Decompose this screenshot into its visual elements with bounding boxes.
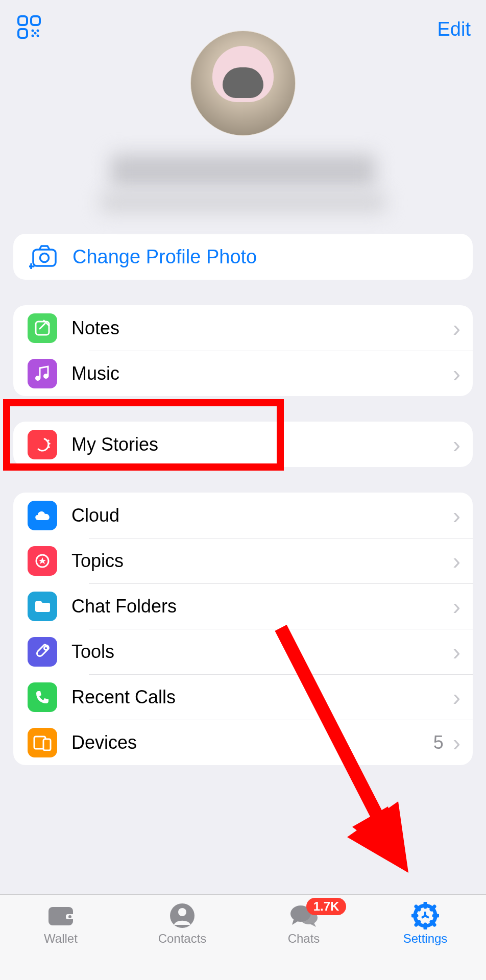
music-icon xyxy=(28,359,57,388)
chevron-right-icon: › xyxy=(453,729,460,756)
change-photo-label: Change Profile Photo xyxy=(72,246,257,268)
row-value: 5 xyxy=(433,732,444,753)
tab-bar: Wallet Contacts 1.7K Chats Settings xyxy=(0,894,486,980)
row-label: Recent Calls xyxy=(71,687,450,708)
change-profile-photo-row[interactable]: Change Profile Photo xyxy=(13,234,473,280)
chevron-right-icon: › xyxy=(453,502,460,529)
topics-icon xyxy=(28,546,57,576)
row-label: My Stories xyxy=(71,434,450,455)
svg-point-5 xyxy=(32,35,34,37)
avatar[interactable] xyxy=(190,31,296,136)
svg-rect-0 xyxy=(18,16,27,25)
svg-point-3 xyxy=(32,30,34,32)
chevron-right-icon: › xyxy=(453,683,460,711)
row-label: Cloud xyxy=(71,505,450,526)
svg-line-36 xyxy=(431,922,434,925)
chevron-right-icon: › xyxy=(453,638,460,666)
edit-button[interactable]: Edit xyxy=(438,18,471,40)
row-label: Music xyxy=(71,363,450,384)
chevron-right-icon: › xyxy=(453,314,460,342)
camera-add-icon xyxy=(29,244,58,269)
row-label: Topics xyxy=(71,550,450,572)
contacts-icon xyxy=(169,902,196,929)
row-topics[interactable]: Topics › xyxy=(13,538,473,583)
profile-header xyxy=(0,31,486,212)
svg-point-20 xyxy=(44,646,48,650)
svg-point-15 xyxy=(35,436,51,452)
qr-icon xyxy=(17,15,41,39)
row-label: Notes xyxy=(71,317,450,339)
svg-line-38 xyxy=(431,906,434,910)
row-my-stories[interactable]: My Stories › xyxy=(13,422,473,467)
svg-line-35 xyxy=(416,906,419,910)
row-recent-calls[interactable]: Recent Calls › xyxy=(13,674,473,720)
svg-point-16 xyxy=(47,439,50,442)
stories-icon xyxy=(28,430,57,459)
row-label: Devices xyxy=(71,732,433,753)
phone-icon xyxy=(28,682,57,712)
chevron-right-icon: › xyxy=(453,431,460,458)
svg-marker-44 xyxy=(352,806,406,868)
tab-label: Settings xyxy=(403,932,448,946)
tab-label: Contacts xyxy=(158,932,207,946)
change-photo-group: Change Profile Photo xyxy=(13,234,473,280)
svg-rect-22 xyxy=(43,739,51,750)
wallet-icon xyxy=(45,902,76,929)
svg-point-17 xyxy=(48,443,51,445)
svg-marker-46 xyxy=(347,801,408,873)
row-devices[interactable]: Devices 5 › xyxy=(13,720,473,765)
notes-icon xyxy=(28,313,57,343)
svg-point-9 xyxy=(40,254,49,262)
row-notes[interactable]: Notes › xyxy=(13,305,473,351)
svg-marker-45 xyxy=(374,813,406,868)
chevron-right-icon: › xyxy=(453,547,460,575)
group-my-stories: My Stories › xyxy=(13,422,473,467)
svg-point-25 xyxy=(68,915,71,918)
svg-point-7 xyxy=(34,32,37,35)
tab-wallet[interactable]: Wallet xyxy=(0,902,121,946)
chevron-right-icon: › xyxy=(453,360,460,387)
tab-label: Wallet xyxy=(44,932,78,946)
tab-settings[interactable]: Settings xyxy=(364,902,486,946)
group-notes-music: Notes › Music › xyxy=(13,305,473,396)
svg-point-27 xyxy=(178,908,186,916)
gear-icon xyxy=(411,902,439,929)
tab-label: Chats xyxy=(288,932,320,946)
folder-icon xyxy=(28,592,57,621)
svg-line-37 xyxy=(416,922,419,925)
chats-badge: 1.7K xyxy=(306,898,347,915)
qr-button[interactable] xyxy=(17,15,41,41)
chevron-right-icon: › xyxy=(453,593,460,620)
row-music[interactable]: Music › xyxy=(13,351,473,396)
svg-point-4 xyxy=(37,30,39,32)
row-label: Tools xyxy=(71,641,450,663)
tab-contacts[interactable]: Contacts xyxy=(121,902,243,946)
profile-subtitle-blurred xyxy=(100,193,386,212)
svg-point-18 xyxy=(48,446,50,448)
row-tools[interactable]: Tools › xyxy=(13,629,473,674)
profile-name-blurred xyxy=(110,154,376,188)
svg-rect-1 xyxy=(31,16,40,25)
cloud-icon xyxy=(28,501,57,530)
svg-rect-8 xyxy=(33,250,56,266)
svg-point-14 xyxy=(43,374,48,379)
row-chat-folders[interactable]: Chat Folders › xyxy=(13,583,473,629)
svg-rect-2 xyxy=(18,29,27,38)
row-cloud[interactable]: Cloud › xyxy=(13,493,473,538)
devices-icon xyxy=(28,728,57,757)
tab-chats[interactable]: 1.7K Chats xyxy=(243,902,364,946)
svg-point-6 xyxy=(37,35,39,37)
svg-point-13 xyxy=(35,376,40,381)
group-main-settings: Cloud › Topics › Chat Folders › xyxy=(13,493,473,765)
wrench-icon xyxy=(28,637,57,667)
row-label: Chat Folders xyxy=(71,596,450,617)
